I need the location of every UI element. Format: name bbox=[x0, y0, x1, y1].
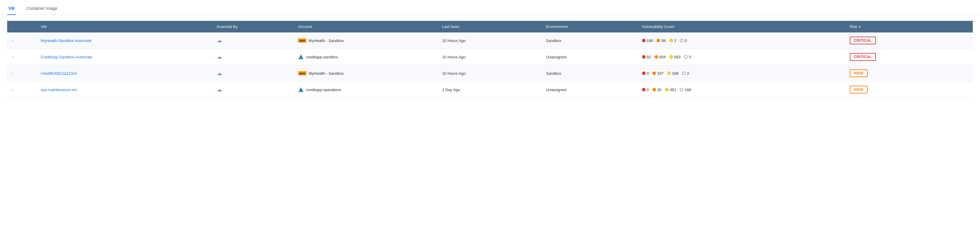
critical-dot bbox=[642, 71, 646, 75]
col-header-account: Account bbox=[293, 21, 437, 32]
sort-icon: ▼ bbox=[858, 25, 861, 29]
risk-cell: HIGH bbox=[845, 65, 973, 82]
critical-dot bbox=[642, 39, 646, 42]
vulnerability-count-cell: 0 30 481 188 bbox=[637, 82, 845, 98]
vulnerability-count-cell: 188 86 2 0 bbox=[637, 32, 845, 49]
risk-badge: HIGH bbox=[850, 69, 868, 77]
high-count: 86 bbox=[661, 38, 665, 43]
cloud-icon: ☁ bbox=[217, 54, 222, 60]
low-count: 0 bbox=[685, 38, 687, 43]
risk-cell: CRITICAL bbox=[845, 32, 973, 49]
vuln-medium: 189 bbox=[667, 71, 679, 76]
vuln-low: 0 bbox=[684, 55, 691, 59]
table-row: ›CreditApp-Sandbox-Automate☁ creditapp-s… bbox=[7, 49, 973, 65]
low-dot bbox=[682, 71, 686, 75]
vm-name-link[interactable]: ops-maintenance-vm bbox=[41, 87, 77, 92]
expand-arrow[interactable]: › bbox=[12, 88, 13, 92]
vuln-high: 30 bbox=[652, 87, 661, 92]
account-cell: awsMyHealth - Sandbox bbox=[293, 65, 437, 82]
col-header-environment: Environment bbox=[541, 21, 637, 32]
table-row: ›i-0ad9fcf0b12a213c0☁awsMyHealth - Sandb… bbox=[7, 65, 973, 82]
azure-logo bbox=[298, 54, 304, 60]
account-name: creditapp-sandbox bbox=[306, 55, 338, 59]
expand-cell[interactable]: › bbox=[7, 32, 36, 49]
col-header-vulnerability-count: Vulnerability Count bbox=[637, 21, 845, 32]
vm-name-link[interactable]: i-0ad9fcf0b12a213c0 bbox=[41, 71, 77, 76]
vuln-medium: 481 bbox=[665, 87, 676, 92]
critical-dot bbox=[642, 88, 646, 91]
vuln-critical: 188 bbox=[642, 38, 653, 43]
vm-name-cell: CreditApp-Sandbox-Automate bbox=[36, 49, 212, 65]
medium-count: 189 bbox=[672, 71, 679, 76]
risk-badge: CRITICAL bbox=[850, 37, 876, 44]
vuln-high: 297 bbox=[652, 71, 664, 76]
critical-count: 0 bbox=[647, 71, 649, 76]
scanned-by-cell: ☁ bbox=[212, 82, 294, 98]
medium-count: 683 bbox=[674, 55, 681, 59]
medium-dot bbox=[670, 39, 673, 42]
critical-count: 0 bbox=[647, 87, 649, 92]
low-count: 0 bbox=[689, 55, 691, 59]
last-seen-cell: 10 Hours Ago bbox=[437, 32, 541, 49]
scanned-by-cell: ☁ bbox=[212, 32, 294, 49]
vuln-low: 188 bbox=[680, 87, 691, 92]
vulnerability-count-cell: 0 297 189 3 bbox=[637, 65, 845, 82]
risk-cell: CRITICAL bbox=[845, 49, 973, 65]
tab-container-image[interactable]: Container Image bbox=[25, 3, 59, 15]
high-count: 804 bbox=[659, 55, 666, 59]
vuln-high: 86 bbox=[657, 38, 665, 43]
azure-logo bbox=[298, 87, 304, 92]
medium-count: 481 bbox=[670, 87, 676, 92]
account-name: MyHealth - Sandbox bbox=[309, 71, 344, 76]
col-header-expand bbox=[7, 21, 36, 32]
vulnerability-count-cell: 82 804 683 0 bbox=[637, 49, 845, 65]
expand-cell[interactable]: › bbox=[7, 82, 36, 98]
low-count: 3 bbox=[687, 71, 689, 76]
critical-count: 82 bbox=[647, 55, 651, 59]
risk-badge: CRITICAL bbox=[850, 53, 876, 61]
vm-name-link[interactable]: MyHealth-Sandbox-Automate bbox=[41, 38, 92, 43]
table-container: VM Scanned By Account Last Seen Environm… bbox=[0, 15, 980, 104]
high-count: 30 bbox=[657, 87, 661, 92]
low-dot bbox=[684, 55, 687, 59]
environment-cell: Sandbox bbox=[541, 65, 637, 82]
account-name: creditapp-operations bbox=[306, 87, 341, 92]
low-count: 188 bbox=[685, 87, 691, 92]
col-header-last-seen: Last Seen bbox=[437, 21, 541, 32]
environment-cell: Unassigned bbox=[541, 49, 637, 65]
expand-arrow[interactable]: › bbox=[12, 39, 13, 43]
medium-dot bbox=[665, 88, 668, 91]
risk-cell: HIGH bbox=[845, 82, 973, 98]
vm-name-link[interactable]: CreditApp-Sandbox-Automate bbox=[41, 55, 92, 59]
vm-name-cell: ops-maintenance-vm bbox=[36, 82, 212, 98]
table-header-row: VM Scanned By Account Last Seen Environm… bbox=[7, 21, 973, 32]
expand-cell[interactable]: › bbox=[7, 65, 36, 82]
account-cell: creditapp-sandbox bbox=[293, 49, 437, 65]
aws-logo: aws bbox=[298, 38, 306, 43]
account-cell: creditapp-operations bbox=[293, 82, 437, 98]
scanned-by-cell: ☁ bbox=[212, 49, 294, 65]
low-dot bbox=[680, 39, 683, 42]
col-header-vm: VM bbox=[36, 21, 212, 32]
expand-cell[interactable]: › bbox=[7, 49, 36, 65]
vuln-low: 3 bbox=[682, 71, 689, 76]
aws-logo: aws bbox=[298, 71, 306, 75]
tab-vm[interactable]: VM bbox=[7, 3, 16, 15]
vuln-medium: 683 bbox=[670, 55, 681, 59]
cloud-icon: ☁ bbox=[217, 87, 222, 93]
vm-table: VM Scanned By Account Last Seen Environm… bbox=[7, 21, 973, 98]
table-row: ›ops-maintenance-vm☁ creditapp-operation… bbox=[7, 82, 973, 98]
expand-arrow[interactable]: › bbox=[12, 55, 13, 59]
high-dot bbox=[657, 39, 660, 42]
critical-count: 188 bbox=[647, 38, 653, 43]
expand-arrow[interactable]: › bbox=[12, 71, 13, 76]
last-seen-cell: 10 Hours Ago bbox=[437, 49, 541, 65]
col-header-scanned-by: Scanned By bbox=[212, 21, 294, 32]
last-seen-cell: 1 Day Ago bbox=[437, 82, 541, 98]
last-seen-cell: 10 Hours Ago bbox=[437, 65, 541, 82]
environment-cell: Sandbox bbox=[541, 32, 637, 49]
col-header-risk[interactable]: Risk ▼ bbox=[845, 21, 973, 32]
high-dot bbox=[652, 71, 656, 75]
high-count: 297 bbox=[657, 71, 664, 76]
risk-badge: HIGH bbox=[850, 86, 868, 94]
